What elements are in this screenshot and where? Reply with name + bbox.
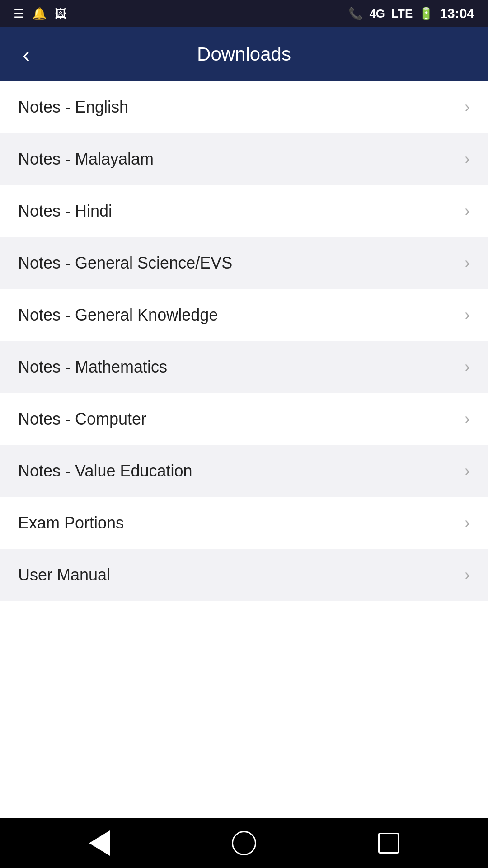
header: ‹ Downloads [0,27,488,81]
menu-icon: ☰ [14,7,24,21]
chevron-right-icon: › [465,514,470,533]
nav-recents-button[interactable] [371,825,407,861]
lte-icon: LTE [391,7,413,21]
list-item[interactable]: Notes - Hindi› [0,185,488,237]
chevron-right-icon: › [465,410,470,429]
home-circle-icon [232,831,256,855]
list-item[interactable]: Notes - General Science/EVS› [0,237,488,289]
status-bar: ☰ 🔔 🖼 📞 4G LTE 🔋 13:04 [0,0,488,27]
battery-icon: 🔋 [419,7,433,21]
phone-icon: 📞 [348,7,363,21]
nav-back-button[interactable] [81,825,117,861]
bottom-navigation [0,818,488,868]
page-title: Downloads [197,43,291,65]
list-item-label: Notes - General Knowledge [18,306,218,325]
list-item[interactable]: Notes - General Knowledge› [0,289,488,341]
chevron-right-icon: › [465,462,470,481]
list-item[interactable]: Notes - Malayalam› [0,133,488,185]
list-item[interactable]: Notes - Mathematics› [0,341,488,393]
list-item-label: Notes - General Science/EVS [18,254,232,273]
back-button[interactable]: ‹ [18,38,34,71]
list-item[interactable]: Notes - Value Education› [0,445,488,497]
chevron-right-icon: › [465,202,470,221]
list-item-label: Notes - Malayalam [18,150,154,169]
status-time: 13:04 [440,6,474,21]
chevron-right-icon: › [465,566,470,585]
list-item[interactable]: Exam Portions› [0,497,488,549]
chevron-right-icon: › [465,254,470,273]
list-item-label: Notes - English [18,98,128,117]
downloads-list: Notes - English›Notes - Malayalam›Notes … [0,81,488,818]
chevron-right-icon: › [465,98,470,117]
status-left-icons: ☰ 🔔 🖼 [14,7,66,21]
signal-4g-icon: 4G [369,7,385,21]
notification-icon: 🔔 [32,7,47,21]
chevron-right-icon: › [465,150,470,169]
list-item-label: Notes - Computer [18,410,146,429]
image-icon: 🖼 [55,7,66,21]
list-item-label: Notes - Mathematics [18,358,167,377]
chevron-right-icon: › [465,358,470,377]
list-item-label: Notes - Hindi [18,202,112,221]
list-item[interactable]: Notes - Computer› [0,393,488,445]
status-right-icons: 📞 4G LTE 🔋 13:04 [348,6,474,21]
list-item-label: User Manual [18,566,110,585]
recents-square-icon [378,833,399,854]
list-item[interactable]: Notes - English› [0,81,488,133]
back-icon: ‹ [23,42,30,67]
list-item-label: Exam Portions [18,514,124,533]
back-triangle-icon [89,830,110,856]
list-item[interactable]: User Manual› [0,549,488,601]
list-item-label: Notes - Value Education [18,462,192,481]
nav-home-button[interactable] [226,825,262,861]
chevron-right-icon: › [465,306,470,325]
